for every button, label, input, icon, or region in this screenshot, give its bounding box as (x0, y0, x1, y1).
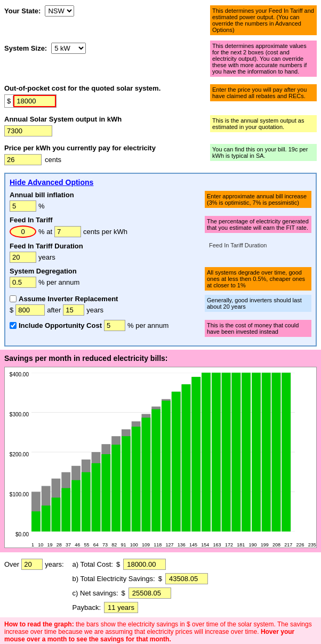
bill-inflation-unit: % (38, 202, 45, 210)
fit-cents-input[interactable] (54, 226, 81, 237)
price-kwh-unit: cents (45, 156, 61, 164)
size-select[interactable]: 5 kW1.5 kW2 kW3 kW4 kW6 kW (51, 43, 86, 54)
price-kwh-input[interactable] (4, 154, 42, 165)
svg-rect-54 (272, 373, 281, 532)
opportunity-input[interactable] (104, 320, 125, 331)
inverter-dollar: $ (10, 306, 13, 314)
advanced-options-box: Hide Advanced Options Annual bill inflat… (4, 173, 317, 347)
svg-rect-16 (82, 472, 91, 532)
svg-rect-32 (162, 401, 171, 532)
svg-rect-12 (61, 488, 70, 532)
net-savings-dollar: $ (122, 589, 125, 597)
svg-rect-48 (242, 373, 251, 532)
size-tooltip: This determines approximate values for t… (210, 41, 317, 77)
outofpocket-field-wrap: $ (4, 94, 57, 108)
inverter-label: Assume Inverter Replacement (19, 295, 118, 303)
svg-rect-10 (52, 497, 61, 532)
outofpocket-tooltip: Enter the price you will pay after you h… (210, 84, 317, 101)
degradation-row: System Degregation % per annum All syste… (10, 267, 311, 291)
price-kwh-tooltip: You can find this on your bill. 19c per … (210, 144, 317, 161)
svg-rect-24 (122, 436, 131, 532)
svg-rect-44 (222, 373, 231, 532)
bill-inflation-row: Annual bill inflation % Enter approximat… (10, 191, 311, 212)
bill-inflation-label: Annual bill inflation (10, 191, 205, 199)
fit-duration-input[interactable] (10, 252, 36, 263)
fit-duration-label: Feed In Tariff Duration (10, 242, 205, 250)
fit-duration-row: Feed In Tariff Duration years Feed In Ta… (10, 242, 311, 263)
total-savings-row: b) Total Electricity Savings: $ 43508.05 (73, 573, 317, 584)
payback-label: Payback: (73, 603, 101, 611)
svg-rect-30 (151, 409, 160, 532)
inverter-cost-input[interactable] (15, 304, 45, 316)
svg-rect-20 (101, 454, 110, 532)
degradation-label: System Degregation (10, 267, 205, 275)
svg-rect-56 (282, 373, 291, 532)
svg-rect-38 (191, 377, 200, 532)
svg-rect-14 (71, 480, 81, 532)
svg-rect-18 (92, 463, 101, 532)
chart-section: Savings per month in reduced electricity… (0, 350, 321, 552)
svg-rect-8 (42, 505, 51, 532)
outofpocket-input[interactable] (13, 95, 56, 107)
inverter-after-label: after (47, 306, 61, 314)
svg-rect-40 (202, 373, 211, 532)
opportunity-row: Include Opportunity Cost % per annum Thi… (10, 320, 311, 337)
state-tooltip: This determines your Feed In Tariff and … (210, 5, 317, 35)
chart-svg (31, 373, 295, 532)
state-select[interactable]: NSWVICQLDSAWA (45, 5, 74, 17)
opportunity-tooltip: This is the cost of money that could hav… (205, 320, 311, 337)
size-label: System Size: (4, 44, 47, 52)
opportunity-unit: % per annum (127, 321, 168, 329)
x-axis-labels: 1101928374655647382911001091181271361451… (31, 542, 316, 548)
degradation-input[interactable] (10, 277, 36, 288)
payback-value: 11 years (104, 602, 138, 613)
howto-bold: How to read the graph: (4, 621, 74, 628)
total-cost-value: 18000.00 (123, 559, 166, 570)
inverter-checkbox[interactable] (10, 295, 17, 302)
y-label-300: $300.00 (5, 412, 29, 417)
y-label-100: $100.00 (5, 492, 29, 497)
fit-tooltip: The percentage of electricity generated … (205, 216, 311, 233)
total-cost-row: a) Total Cost: $ 18000.00 (73, 559, 317, 570)
degradation-tooltip: All systems degrade over time, good ones… (205, 267, 311, 291)
svg-rect-22 (111, 445, 121, 532)
opportunity-checkbox[interactable] (10, 322, 17, 329)
price-kwh-label: Price per kWh you currently pay for elec… (4, 144, 210, 152)
opportunity-label: Include Opportunity Cost (19, 321, 102, 329)
fit-cents-unit: cents per kWh (83, 228, 127, 236)
total-cost-dollar: $ (116, 560, 120, 568)
y-label-200: $200.00 (5, 452, 29, 457)
hide-advanced-button[interactable]: Hide Advanced Options (10, 178, 311, 187)
chart-title: Savings per month in reduced electricity… (4, 354, 317, 363)
summary-section: Over years: a) Total Cost: $ 18000.00 b)… (0, 554, 321, 617)
svg-rect-34 (172, 392, 181, 532)
state-label: Your State: (4, 7, 41, 15)
svg-rect-28 (141, 417, 150, 532)
net-savings-row: c) Net savings: $ 25508.05 (73, 587, 317, 599)
fit-input[interactable] (10, 226, 36, 238)
y-label-0: $0.00 (5, 532, 29, 537)
annual-output-label: Annual Solar System output in kWh (4, 115, 210, 123)
fit-duration-unit: years (38, 253, 55, 261)
inverter-row: Assume Inverter Replacement $ after year… (10, 295, 311, 316)
dollar-sign: $ (5, 96, 13, 106)
annual-output-input[interactable] (4, 125, 52, 136)
net-savings-label: c) Net savings: (73, 589, 118, 597)
chart-container: $400.00 $300.00 $200.00 $100.00 $0.00 11… (4, 367, 317, 548)
over-input[interactable] (21, 559, 43, 570)
over-label: Over (4, 560, 19, 568)
how-to-read-section: How to read the graph: the bars show the… (0, 617, 321, 644)
total-savings-dollar: $ (158, 575, 162, 583)
fit-duration-tooltip: Feed In Tariff Duration (205, 242, 311, 248)
inverter-after-input[interactable] (63, 304, 84, 316)
bill-inflation-tooltip: Enter approximate annual bill increase (… (205, 191, 311, 208)
bill-inflation-input[interactable] (10, 200, 36, 212)
fit-percent-label: % at (38, 228, 52, 236)
svg-rect-50 (252, 373, 261, 532)
inverter-years-label: years (86, 306, 103, 314)
total-cost-label: a) Total Cost: (73, 560, 113, 568)
payback-row: Payback: 11 years (73, 602, 317, 613)
years-label: years: (45, 560, 63, 568)
svg-rect-46 (231, 373, 240, 532)
svg-rect-6 (31, 511, 41, 532)
